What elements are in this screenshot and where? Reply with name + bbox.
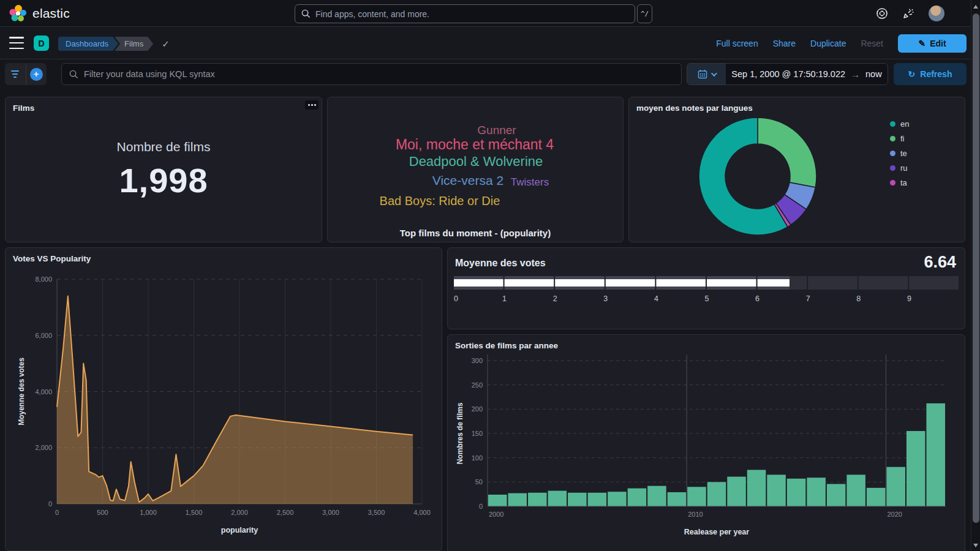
svg-text:popularity: popularity (221, 526, 258, 534)
saved-check-icon: ✓ (162, 39, 170, 50)
fullscreen-button[interactable]: Full screen (716, 39, 758, 48)
panel-donut-languages: moyen des notes par langues enfiteruta (628, 97, 965, 242)
legend-item-te[interactable]: te (890, 149, 909, 158)
bar-chart[interactable]: 050100150200250300200020102020Nombres de… (448, 335, 965, 551)
bar-2022[interactable] (926, 403, 945, 506)
chevron-down-icon (711, 70, 717, 77)
tag-cloud-word[interactable]: Deadpool & Wolverine (409, 154, 543, 170)
tag-cloud-word[interactable]: Vice-versa 2 (432, 173, 503, 188)
svg-text:2000: 2000 (489, 511, 503, 518)
bar-2012[interactable] (727, 477, 746, 506)
svg-text:2010: 2010 (688, 511, 703, 518)
svg-text:4,000: 4,000 (35, 388, 52, 395)
bar-2006[interactable] (608, 492, 627, 506)
time-range-end[interactable]: now (865, 69, 882, 79)
breadcrumb-dashboards[interactable]: Dashboards (58, 37, 118, 51)
bar-2004[interactable] (568, 493, 587, 506)
svg-text:100: 100 (472, 454, 483, 462)
bar-2001[interactable] (508, 493, 527, 506)
bar-2011[interactable] (707, 482, 726, 506)
global-search-input[interactable]: Find apps, content, and more. (295, 4, 635, 23)
user-avatar[interactable] (929, 6, 944, 21)
legend-item-en[interactable]: en (890, 119, 909, 129)
filter-controls-group: + (5, 63, 47, 85)
legend-dot (890, 121, 895, 127)
bar-2018[interactable] (846, 474, 865, 506)
bar-2016[interactable] (807, 478, 826, 506)
menu-icon[interactable] (9, 37, 24, 49)
kql-query-input[interactable]: Filter your data using KQL syntax (61, 63, 682, 85)
refresh-button[interactable]: ↻ Refresh (894, 63, 967, 85)
legend-item-ru[interactable]: ru (890, 163, 909, 173)
svg-text:250: 250 (472, 381, 483, 389)
legend-label: te (900, 149, 907, 158)
elastic-brand[interactable]: elastic (9, 4, 70, 23)
scroll-down-arrow-icon[interactable] (973, 544, 978, 547)
svg-text:500: 500 (97, 509, 108, 516)
bar-2013[interactable] (747, 470, 766, 507)
donut-slice-fi[interactable] (758, 118, 816, 187)
gauge-tick-labels: 0123456789 (454, 294, 960, 304)
svg-text:0: 0 (55, 509, 59, 516)
tag-cloud-word[interactable]: Moi, moche et méchant 4 (396, 137, 554, 153)
date-quick-menu-button[interactable] (687, 64, 726, 84)
legend-item-fi[interactable]: fi (890, 134, 909, 143)
svg-text:150: 150 (472, 430, 483, 437)
legend-label: en (900, 119, 909, 129)
edit-button[interactable]: ✎ Edit (898, 34, 967, 53)
bar-2017[interactable] (827, 484, 846, 506)
search-icon (301, 9, 311, 18)
legend-label: ta (900, 178, 907, 187)
breadcrumb-films[interactable]: Films (115, 37, 153, 51)
scroll-up-arrow-icon[interactable] (973, 5, 978, 9)
gauge-track[interactable] (454, 276, 960, 290)
duplicate-button[interactable]: Duplicate (810, 39, 846, 48)
bar-2007[interactable] (628, 489, 647, 506)
tag-cloud-word[interactable]: Bad Boys: Ride or Die (380, 194, 500, 208)
bar-2021[interactable] (907, 431, 925, 506)
add-filter-button[interactable]: + (26, 63, 47, 85)
scrollbar-thumb[interactable] (973, 13, 979, 523)
svg-text:Realease per year: Realease per year (684, 528, 749, 536)
reset-button[interactable]: Reset (861, 39, 883, 48)
svg-text:4,000: 4,000 (413, 509, 431, 516)
svg-text:300: 300 (472, 357, 483, 364)
legend-label: ru (900, 163, 908, 173)
bar-2019[interactable] (867, 488, 886, 506)
tag-cloud-caption: Top films du moment - (popularity) (328, 228, 623, 238)
bar-2009[interactable] (668, 492, 687, 506)
panel-title: Moyenne des votes (455, 258, 546, 269)
share-button[interactable]: Share (773, 39, 796, 48)
bar-2010[interactable] (687, 487, 706, 506)
legend-item-ta[interactable]: ta (890, 178, 909, 187)
newsfeed-icon[interactable] (902, 7, 914, 20)
bar-2005[interactable] (588, 493, 607, 506)
donut-chart[interactable] (629, 97, 965, 242)
panel-title: Films (13, 103, 34, 113)
help-icon[interactable] (876, 7, 888, 20)
svg-text:0: 0 (48, 500, 52, 508)
gauge-value: 6.64 (924, 253, 956, 272)
bar-2003[interactable] (548, 491, 567, 506)
filter-menu-button[interactable] (5, 63, 26, 85)
legend-label: fi (900, 134, 905, 143)
plus-icon: + (30, 68, 43, 81)
bar-2020[interactable] (886, 467, 905, 506)
legend-dot (890, 180, 895, 186)
vertical-scrollbar[interactable] (971, 0, 980, 551)
svg-text:0: 0 (479, 503, 483, 510)
panel-options-button[interactable] (305, 100, 318, 110)
space-badge[interactable]: D (34, 36, 49, 51)
svg-text:3,500: 3,500 (368, 509, 385, 516)
bar-2008[interactable] (647, 486, 666, 506)
bar-2000[interactable] (488, 495, 507, 506)
svg-text:8,000: 8,000 (35, 276, 52, 283)
bar-2002[interactable] (528, 493, 547, 506)
time-range-start[interactable]: Sep 1, 2000 @ 17:50:19.022 (731, 69, 845, 79)
bar-2015[interactable] (787, 479, 806, 506)
tag-cloud-word[interactable]: Gunner (477, 124, 516, 137)
bar-2014[interactable] (767, 474, 786, 506)
tag-cloud-word[interactable]: Twisters (511, 176, 549, 189)
panel-films-metric: Films Nombre de films 1,998 (5, 97, 322, 242)
area-chart[interactable]: 02,0004,0006,0008,00005001,0001,5002,000… (6, 248, 442, 550)
